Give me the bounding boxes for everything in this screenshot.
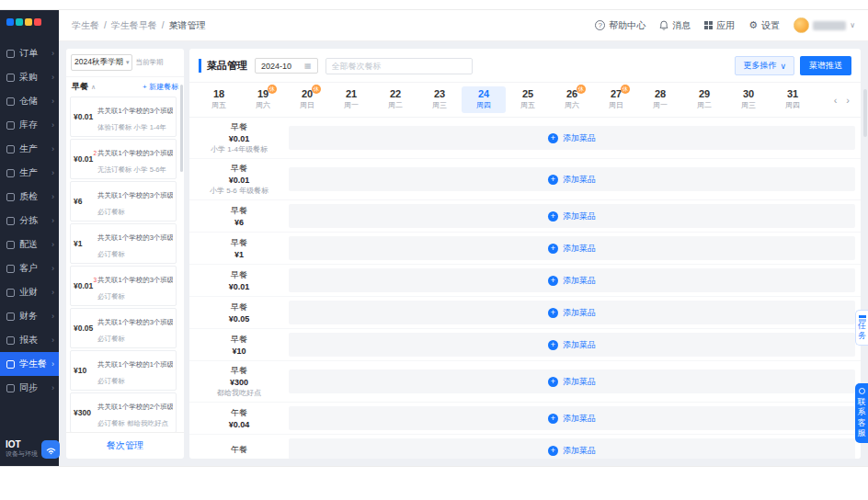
- chevron-right-icon: ›: [51, 120, 54, 130]
- add-dish-button[interactable]: +添加菜品: [289, 301, 855, 324]
- task-side-tab[interactable]: 任务: [855, 310, 868, 346]
- meal-standard-filter-input[interactable]: [326, 58, 473, 74]
- menu-panel: 菜品管理 2024-10 ▦ 更多操作∨ 菜谱推送 18周五 休19周六 休20…: [189, 49, 861, 459]
- semester-select[interactable]: 2024秋季学期 ▾: [71, 54, 132, 71]
- count-badge: 2: [93, 150, 97, 156]
- semester-bar: 2024秋季学期 ▾ 当前学期: [66, 49, 184, 77]
- meal-standard-item[interactable]: ¥1共关联1个学校的3个班级必订餐标: [70, 223, 177, 264]
- calendar-day-selected[interactable]: 24周四: [462, 86, 506, 113]
- sidebar-item-label: 仓储: [19, 95, 51, 108]
- meal-standard-item[interactable]: ¥0.05共关联1个学校的3个班级必订餐标: [70, 308, 177, 348]
- calendar-day[interactable]: 22周二: [373, 86, 417, 113]
- chevron-right-icon: ›: [51, 192, 54, 201]
- sidebar-item-finance[interactable]: 财务›: [0, 304, 59, 328]
- user-name-blurred: [813, 21, 846, 30]
- meal-standard-item[interactable]: ¥300共关联1个学校的2个班级必订餐标 都给我吃好点: [70, 392, 177, 432]
- meal-row: 早餐¥0.01小学 5-6 年级餐标+添加菜品: [189, 159, 861, 200]
- meal-standard-item[interactable]: ¥0.012共关联1个学校的3个班级无法订餐标 小学 5-6年: [70, 139, 177, 179]
- sidebar-item-production-2[interactable]: 生产›: [0, 161, 59, 185]
- iot-title: IOT: [6, 439, 38, 449]
- count-badge: 3: [93, 277, 97, 283]
- plus-circle-icon: +: [548, 211, 558, 222]
- user-menu[interactable]: ∨: [794, 17, 855, 33]
- headset-icon: [859, 388, 865, 394]
- sidebar-item-warehouse[interactable]: 仓储›: [0, 89, 59, 113]
- calendar-day[interactable]: 21周一: [329, 86, 373, 113]
- calendar-day[interactable]: 31周四: [771, 86, 815, 113]
- contact-service-side-tab[interactable]: 联系客服: [855, 383, 868, 443]
- sidebar-item-orders[interactable]: 订单›: [0, 41, 59, 65]
- add-dish-button[interactable]: +添加菜品: [289, 126, 855, 150]
- bell-icon: [659, 20, 668, 30]
- chevron-right-icon: ›: [51, 144, 54, 153]
- current-semester-tag: 当前学期: [135, 58, 163, 67]
- chevron-right-icon[interactable]: ›: [846, 95, 850, 106]
- sidebar-item-customers[interactable]: 客户›: [0, 256, 59, 280]
- add-dish-button[interactable]: +添加菜品: [289, 369, 855, 393]
- month-picker[interactable]: 2024-10 ▦: [255, 58, 318, 74]
- sidebar-item-reports[interactable]: 报表›: [0, 328, 59, 352]
- add-dish-button[interactable]: +添加菜品: [289, 406, 855, 430]
- meal-standard-list: 早餐 ∧ + 新建餐标 ¥0.01共关联1个学校的3个班级体验订餐标 小学 1-…: [66, 77, 184, 432]
- main-scrollbar[interactable]: [863, 89, 867, 137]
- sidebar-item-sync[interactable]: 同步›: [0, 376, 59, 400]
- sidebar-item-business-finance[interactable]: 业财›: [0, 280, 59, 304]
- chevron-right-icon: ›: [51, 383, 54, 392]
- push-menu-button[interactable]: 菜谱推送: [800, 56, 851, 75]
- calendar-day[interactable]: 休20周日: [285, 86, 329, 113]
- meal-session-manage-button[interactable]: 餐次管理: [66, 432, 184, 459]
- chevron-right-icon: ›: [51, 49, 54, 58]
- sidebar-item-delivery[interactable]: 配送›: [0, 233, 59, 256]
- more-actions-button[interactable]: 更多操作∨: [735, 56, 794, 75]
- apps-grid-icon: [704, 21, 713, 29]
- messages-button[interactable]: 消息: [659, 19, 691, 32]
- add-dish-button[interactable]: +添加菜品: [289, 167, 855, 191]
- calendar-day[interactable]: 休27周日: [594, 86, 638, 113]
- calendar-day[interactable]: 休26周六: [550, 86, 594, 113]
- sidebar-footer-iot[interactable]: IOT 设备与环境: [0, 439, 59, 459]
- sidebar-item-label: 配送: [19, 238, 51, 251]
- calendar-day[interactable]: 30周三: [726, 86, 771, 113]
- settings-button[interactable]: ⚙设置: [748, 19, 780, 32]
- left-list-scrollbar[interactable]: [180, 85, 183, 172]
- sidebar-item-production-1[interactable]: 生产›: [0, 137, 59, 161]
- calendar-day[interactable]: 18周五: [197, 86, 241, 113]
- sidebar-item-sorting[interactable]: 分拣›: [0, 209, 59, 233]
- add-dish-button[interactable]: +添加菜品: [289, 333, 855, 357]
- sidebar-item-procurement[interactable]: 采购›: [0, 65, 59, 89]
- chevron-right-icon: ›: [51, 240, 54, 249]
- orders-icon: [6, 50, 15, 58]
- calendar-day[interactable]: 25周五: [506, 86, 550, 113]
- sidebar-item-quality-check[interactable]: 质检›: [0, 185, 59, 209]
- meal-standard-item[interactable]: ¥10共关联1个学校的1个班级必订餐标: [70, 350, 177, 391]
- caret-up-icon[interactable]: ∧: [91, 84, 96, 91]
- add-dish-button[interactable]: +添加菜品: [289, 438, 855, 459]
- calendar-day[interactable]: 28周一: [638, 86, 682, 113]
- finance-icon: [6, 312, 15, 321]
- calendar-strip: 18周五 休19周六 休20周日 21周一 22周二 23周三 24周四 25周…: [189, 83, 861, 117]
- gear-icon: ⚙: [748, 20, 758, 30]
- add-dish-button[interactable]: +添加菜品: [289, 236, 855, 260]
- iot-device-icon: [41, 440, 60, 459]
- meal-standard-item[interactable]: ¥6共关联1个学校的3个班级必订餐标: [70, 181, 177, 222]
- breadcrumb: 学生餐 / 学生餐早餐 / 菜谱管理: [72, 19, 206, 32]
- help-center-button[interactable]: ?帮助中心: [595, 19, 645, 32]
- meal-row: 早餐¥6+添加菜品: [189, 200, 861, 233]
- sidebar-item-student-meals[interactable]: 学生餐›: [0, 352, 59, 376]
- inventory-icon: [6, 121, 15, 130]
- new-meal-standard-link[interactable]: + 新建餐标: [143, 82, 178, 92]
- chevron-left-icon[interactable]: ‹: [834, 95, 838, 106]
- add-dish-button[interactable]: +添加菜品: [289, 268, 855, 292]
- holiday-badge: 休: [268, 85, 277, 94]
- calendar-day[interactable]: 23周三: [417, 86, 462, 113]
- calendar-day[interactable]: 29周二: [682, 86, 726, 113]
- add-dish-button[interactable]: +添加菜品: [289, 204, 855, 228]
- calendar-day[interactable]: 休19周六: [241, 86, 285, 113]
- breadcrumb-breakfast[interactable]: 学生餐早餐: [111, 19, 157, 32]
- sidebar-item-inventory[interactable]: 库存›: [0, 113, 59, 137]
- breadcrumb-student-meals[interactable]: 学生餐: [72, 19, 99, 32]
- apps-button[interactable]: 应用: [704, 19, 735, 32]
- meal-standard-item[interactable]: ¥0.01共关联1个学校的3个班级体验订餐标 小学 1-4年: [70, 97, 177, 137]
- section-title: 早餐: [72, 81, 88, 93]
- meal-standard-item[interactable]: ¥0.013共关联1个学校的3个班级必订餐标: [70, 266, 177, 306]
